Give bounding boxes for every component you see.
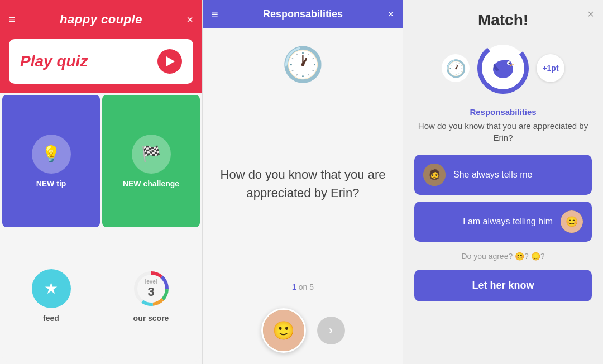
answer-row-2[interactable]: I am always telling him 😊 (414, 202, 592, 242)
match-plus-points: +1pt (537, 54, 564, 82)
feed-label: feed (43, 314, 59, 323)
panel3-close-icon[interactable]: × (587, 8, 594, 21)
match-bird-svg (475, 40, 531, 96)
score-circle: level 3 (132, 269, 171, 308)
play-quiz-label: Play quiz (20, 52, 88, 70)
tip-icon-circle: 💡 (32, 135, 71, 174)
bulb-icon: 💡 (41, 145, 61, 163)
challenge-label: NEW challenge (123, 179, 179, 188)
panel2-title: Responsabilities (263, 8, 343, 20)
score-level-label: level (145, 278, 157, 284)
clock-icon-large: 🕐 (282, 45, 324, 84)
grid-item-challenge[interactable]: 🏁 NEW challenge (102, 95, 200, 227)
score-text: level 3 (145, 278, 157, 299)
play-quiz-button[interactable]: Play quiz (9, 39, 193, 84)
panel-responsibilities: ≡ Responsabilities × 🕐 How do you know t… (202, 0, 403, 364)
challenge-icon-circle: 🏁 (132, 135, 171, 174)
agree-text: Do you agree? 😊? 😞? (461, 252, 544, 261)
match-title: Match! (414, 11, 592, 29)
grid-container: 💡 NEW tip 🏁 NEW challenge ★ feed (0, 93, 202, 364)
panel2-bottom: 🙂 › (203, 303, 403, 364)
star-icon: ★ (44, 279, 58, 298)
female-face-2: 😊 (561, 210, 583, 233)
score-label: our score (133, 314, 169, 323)
progress-text: 1 on 5 (292, 282, 314, 291)
let-her-know-button[interactable]: Let her know (414, 270, 592, 301)
answer1-avatar: 🧔 (423, 164, 446, 186)
grid-item-tip[interactable]: 💡 NEW tip (2, 95, 100, 227)
progress-current: 1 (292, 282, 296, 291)
progress-total: 5 (309, 282, 314, 291)
male-face: 🧔 (423, 164, 446, 186)
agree-row: Do you agree? 😊? 😞? (414, 252, 592, 261)
female-face: 🙂 (263, 310, 304, 351)
panel2-menu-icon[interactable]: ≡ (212, 8, 218, 21)
menu-icon[interactable]: ≡ (9, 13, 16, 26)
play-quiz-container: Play quiz (0, 39, 202, 93)
next-arrow-button[interactable]: › (317, 317, 345, 344)
play-button-circle[interactable] (157, 49, 182, 74)
feed-icon-circle: ★ (32, 269, 71, 308)
panel2-header: ≡ Responsabilities × (203, 0, 403, 28)
grid-item-score[interactable]: level 3 our score (102, 229, 200, 362)
user-avatar: 🙂 (261, 308, 306, 353)
match-category: Responsabilities (414, 107, 592, 117)
progress-on: on (299, 282, 308, 291)
grid-item-feed[interactable]: ★ feed (2, 229, 100, 362)
play-triangle-icon (166, 56, 175, 66)
answer2-text: I am always telling him (423, 217, 553, 227)
close-icon[interactable]: × (186, 13, 193, 26)
panel2-content: 🕐 How do you know that you are appreciat… (203, 28, 403, 303)
flag-icon: 🏁 (141, 145, 161, 163)
answer1-text: She always tells me (453, 170, 583, 180)
app-title: happy couple (60, 12, 142, 27)
match-icons-row: 🕐 +1pt (414, 40, 592, 96)
match-bird-container (475, 40, 531, 96)
question-text: How do you know that you are appreciated… (219, 165, 386, 202)
answer-row-1[interactable]: 🧔 She always tells me (414, 155, 592, 195)
answer2-avatar: 😊 (561, 210, 583, 233)
match-clock-icon: 🕐 (442, 54, 470, 82)
score-number: 3 (145, 284, 157, 299)
svg-point-11 (509, 63, 510, 64)
match-question: How do you know that you are appreciated… (414, 120, 592, 143)
panel-match: × Match! 🕐 +1pt Responsabilities How do … (403, 0, 603, 364)
tip-label: NEW tip (36, 179, 66, 188)
panel-happy-couple: ≡ happy couple × Play quiz 💡 NEW tip 🏁 N… (0, 0, 202, 364)
panel2-close-icon[interactable]: × (387, 8, 394, 21)
panel1-header: ≡ happy couple × (0, 0, 202, 39)
